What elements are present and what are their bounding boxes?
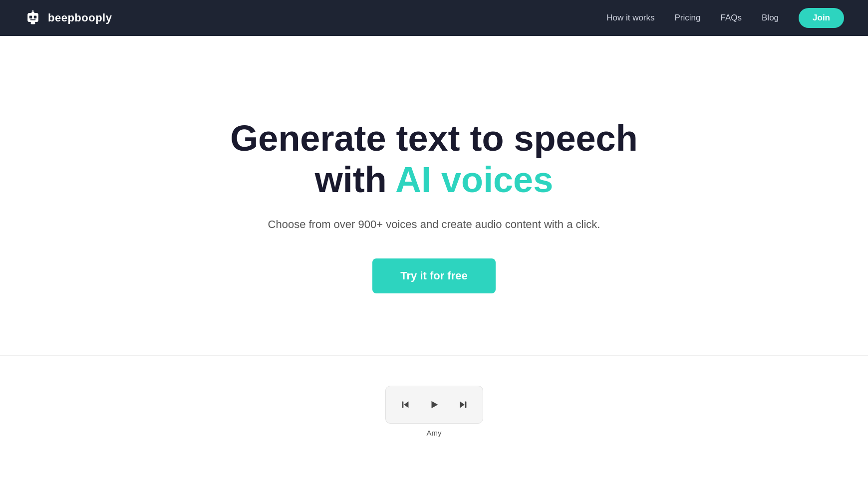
- navbar: beepbooply How it works Pricing FAQs Blo…: [0, 0, 868, 36]
- play-icon: [429, 399, 440, 410]
- hero-title-line1: Generate text to speech: [230, 118, 637, 158]
- player-controls: [385, 386, 483, 424]
- bottom-area: Amy: [0, 355, 868, 461]
- svg-rect-5: [30, 19, 36, 20]
- skip-back-icon: [400, 399, 411, 410]
- svg-rect-3: [29, 16, 32, 18]
- svg-rect-4: [34, 16, 36, 18]
- hero-title-accent: AI voices: [395, 160, 553, 200]
- try-it-free-button[interactable]: Try it for free: [372, 258, 495, 293]
- logo-icon: [24, 9, 42, 27]
- skip-back-button[interactable]: [392, 391, 419, 418]
- logo-text: beepbooply: [48, 11, 112, 24]
- svg-marker-7: [404, 402, 408, 408]
- svg-rect-6: [31, 22, 35, 24]
- player-section: Amy: [385, 386, 483, 461]
- play-button[interactable]: [421, 391, 448, 418]
- svg-rect-8: [402, 402, 403, 408]
- logo-link[interactable]: beepbooply: [24, 9, 112, 27]
- svg-marker-10: [460, 402, 464, 408]
- nav-blog[interactable]: Blog: [762, 13, 779, 23]
- svg-rect-1: [31, 11, 34, 13]
- voice-name-label: Amy: [427, 429, 442, 437]
- hero-section: Generate text to speech with AI voices C…: [0, 36, 868, 355]
- svg-marker-9: [431, 401, 438, 409]
- nav-how-it-works[interactable]: How it works: [606, 13, 654, 23]
- skip-forward-button[interactable]: [450, 391, 477, 418]
- nav-pricing[interactable]: Pricing: [675, 13, 701, 23]
- hero-subtitle: Choose from over 900+ voices and create …: [268, 216, 600, 233]
- hero-title-line2-prefix: with: [315, 160, 395, 200]
- svg-rect-2: [27, 13, 38, 22]
- skip-forward-icon: [458, 399, 469, 410]
- svg-rect-11: [465, 402, 466, 408]
- hero-title: Generate text to speech with AI voices: [230, 118, 637, 201]
- nav-links: How it works Pricing FAQs Blog Join: [606, 8, 844, 28]
- join-button[interactable]: Join: [799, 8, 844, 28]
- nav-faqs[interactable]: FAQs: [721, 13, 742, 23]
